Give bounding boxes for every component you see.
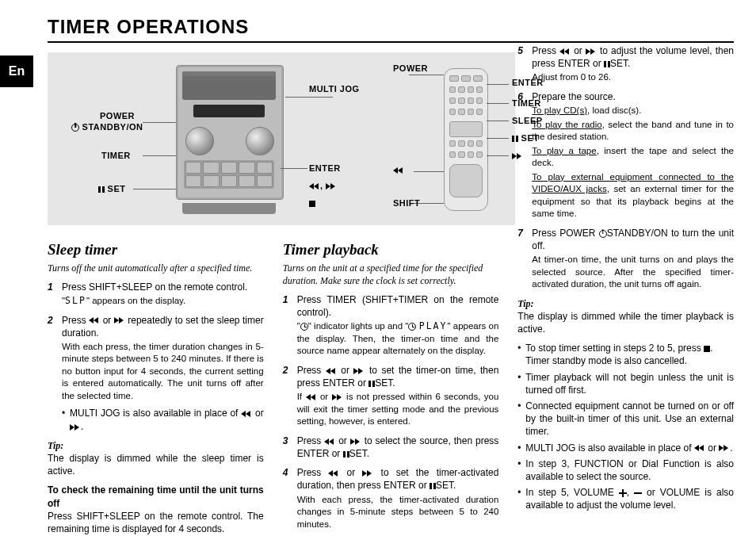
page-title: TIMER OPERATIONS xyxy=(48,16,734,38)
sleep-heading: Sleep timer xyxy=(48,239,264,260)
playback-step-4: Press or to set the timer-activated dura… xyxy=(283,466,499,530)
stop-icon xyxy=(704,346,710,352)
pause-icon xyxy=(604,61,610,67)
rewind-icon xyxy=(324,438,335,445)
col-right: Press or to adjust the volume level, the… xyxy=(517,44,734,536)
plus-icon xyxy=(619,489,627,497)
playback-tip-head: Tip: xyxy=(517,297,734,310)
label-multijog: MULTI JOG xyxy=(309,84,360,94)
playback-tip-bullets: To stop timer setting in steps 2 to 5, p… xyxy=(517,342,734,511)
body-columns: Sleep timer Turns off the unit automatic… xyxy=(48,239,734,536)
label-set: SET xyxy=(98,184,125,193)
forward-icon xyxy=(332,394,343,400)
power-icon xyxy=(599,230,607,238)
clock-icon xyxy=(300,323,308,331)
label-r-shift: SHIFT xyxy=(393,198,420,208)
playback-step-3: Press or to select the source, then pres… xyxy=(283,435,499,460)
forward-icon xyxy=(586,48,597,55)
sleep-step-1: Press SHIFT+SLEEP on the remote control.… xyxy=(48,281,264,308)
label-stop xyxy=(309,198,315,208)
playback-steps-a: Press TIMER (SHIFT+TIMER on the remote c… xyxy=(283,293,499,530)
diagram: POWER STANDBY/ON TIMER SET MULTI JOG ENT… xyxy=(48,52,515,225)
sleep-tip-body: The display is dimmed while the sleep ti… xyxy=(48,452,264,477)
pause-icon xyxy=(430,483,436,489)
diagram-remote xyxy=(444,68,488,211)
label-r-power: POWER xyxy=(393,63,428,73)
forward-icon xyxy=(353,368,365,374)
label-enter: ENTER xyxy=(309,163,341,173)
label-r-rew xyxy=(393,165,404,174)
minus-icon xyxy=(634,489,642,497)
sleep-check-head: To check the remaining time until the un… xyxy=(48,484,264,509)
rewind-icon xyxy=(89,317,100,324)
rewind-icon xyxy=(309,183,320,190)
sleep-steps: Press SHIFT+SLEEP on the remote control.… xyxy=(48,281,264,433)
page: En TIMER OPERATIONS xyxy=(0,0,756,536)
playback-step-5: Press or to adjust the volume level, the… xyxy=(517,44,734,84)
forward-icon xyxy=(362,470,373,477)
label-standby: STANDBY/ON xyxy=(71,122,143,132)
rewind-icon xyxy=(694,445,705,451)
forward-icon xyxy=(326,183,337,190)
forward-icon xyxy=(719,445,730,451)
rewind-icon xyxy=(326,368,337,374)
label-rewfwd: , xyxy=(309,181,337,190)
power-icon xyxy=(71,124,79,132)
playback-step-7: Press POWER STANDBY/ON to turn the unit … xyxy=(517,227,734,291)
playback-tip-1: The display is dimmed while the timer pl… xyxy=(517,310,734,335)
forward-icon xyxy=(70,424,81,431)
col-sleep: Sleep timer Turns off the unit automatic… xyxy=(48,239,264,536)
label-power: POWER xyxy=(100,111,135,121)
rewind-icon xyxy=(393,167,404,174)
col-playback: Timer playback Turns on the unit at a sp… xyxy=(283,239,499,536)
label-timer: TIMER xyxy=(101,151,131,160)
diagram-unit xyxy=(170,65,288,214)
pause-icon xyxy=(343,451,349,458)
sleep-step-2: Press or repeatedly to set the sleep tim… xyxy=(48,314,264,433)
playback-step-2: Press or to set the timer-on time, then … xyxy=(283,364,499,428)
clock-icon xyxy=(408,323,416,331)
rewind-icon xyxy=(328,470,339,477)
forward-icon xyxy=(350,438,361,445)
rewind-icon xyxy=(306,394,317,400)
rewind-icon xyxy=(559,48,571,55)
sleep-subtitle: Turns off the unit automatically after a… xyxy=(48,262,264,274)
sleep-check-body: Press SHIFT+SLEEP on the remote control.… xyxy=(48,510,264,535)
forward-icon xyxy=(114,317,125,324)
sleep-tip-head: Tip: xyxy=(48,439,264,452)
pause-icon xyxy=(368,381,375,387)
playback-subtitle: Turns on the unit at a specified time fo… xyxy=(283,262,499,287)
playback-steps-b: Press or to adjust the volume level, the… xyxy=(517,44,734,291)
pause-icon xyxy=(98,186,105,193)
stop-icon xyxy=(309,201,315,207)
playback-step-1: Press TIMER (SHIFT+TIMER on the remote c… xyxy=(283,293,499,358)
playback-heading: Timer playback xyxy=(283,239,499,260)
title-rule xyxy=(48,41,734,43)
rewind-icon xyxy=(241,411,252,417)
playback-step-6: Prepare the source. To play CD(s), load … xyxy=(517,90,734,220)
language-tab: En xyxy=(0,56,33,87)
